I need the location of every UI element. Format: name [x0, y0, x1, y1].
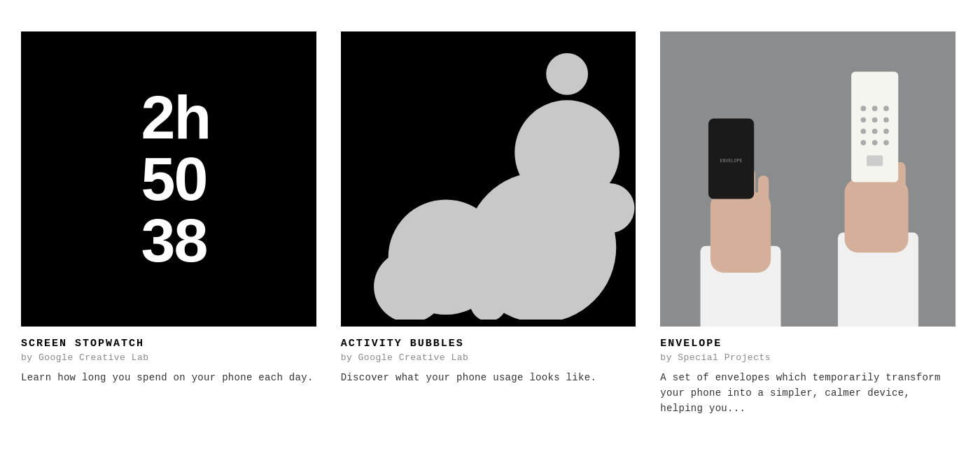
card-screen-stopwatch[interactable]: 2h5038 SCREEN STOPWATCH by Google Creati… — [10, 21, 330, 431]
stopwatch-image: 2h5038 — [21, 31, 316, 327]
svg-rect-13 — [758, 176, 769, 213]
card-desc-envelope: A set of envelopes which temporarily tra… — [660, 370, 955, 417]
svg-point-34 — [883, 140, 889, 145]
card-title-bubbles: ACTIVITY BUBBLES — [341, 338, 636, 350]
svg-point-25 — [883, 106, 889, 111]
svg-point-24 — [872, 106, 878, 111]
card-author-stopwatch: by Google Creative Lab — [21, 352, 316, 363]
card-title-stopwatch: SCREEN STOPWATCH — [21, 338, 316, 350]
svg-point-31 — [883, 129, 889, 134]
card-activity-bubbles[interactable]: ACTIVITY BUBBLES by Google Creative Lab … — [330, 21, 650, 431]
card-author-envelope: by Special Projects — [660, 352, 955, 363]
svg-text:ENVELOPE: ENVELOPE — [720, 158, 743, 164]
card-title-envelope: ENVELOPE — [660, 338, 955, 350]
svg-point-30 — [872, 129, 878, 134]
svg-point-29 — [861, 129, 867, 134]
bubbles-image — [341, 31, 636, 327]
card-author-bubbles: by Google Creative Lab — [341, 352, 636, 363]
card-desc-bubbles: Discover what your phone usage looks lik… — [341, 370, 636, 385]
svg-point-0 — [546, 53, 588, 95]
svg-point-23 — [861, 106, 867, 111]
svg-point-5 — [374, 250, 446, 319]
card-desc-stopwatch: Learn how long you spend on your phone e… — [21, 370, 316, 385]
svg-rect-35 — [867, 155, 883, 166]
stopwatch-display: 2h5038 — [127, 87, 210, 271]
envelope-scene-svg: ENVELOPE — [660, 31, 955, 327]
svg-point-28 — [883, 117, 889, 123]
svg-point-26 — [861, 117, 867, 123]
bubbles-svg — [341, 31, 636, 320]
svg-point-32 — [861, 140, 867, 145]
svg-point-33 — [872, 140, 878, 145]
card-envelope[interactable]: ENVELOPE — [650, 21, 969, 431]
main-grid: 2h5038 SCREEN STOPWATCH by Google Creati… — [0, 0, 980, 452]
envelope-image: ENVELOPE — [660, 31, 955, 327]
svg-point-27 — [872, 117, 878, 123]
